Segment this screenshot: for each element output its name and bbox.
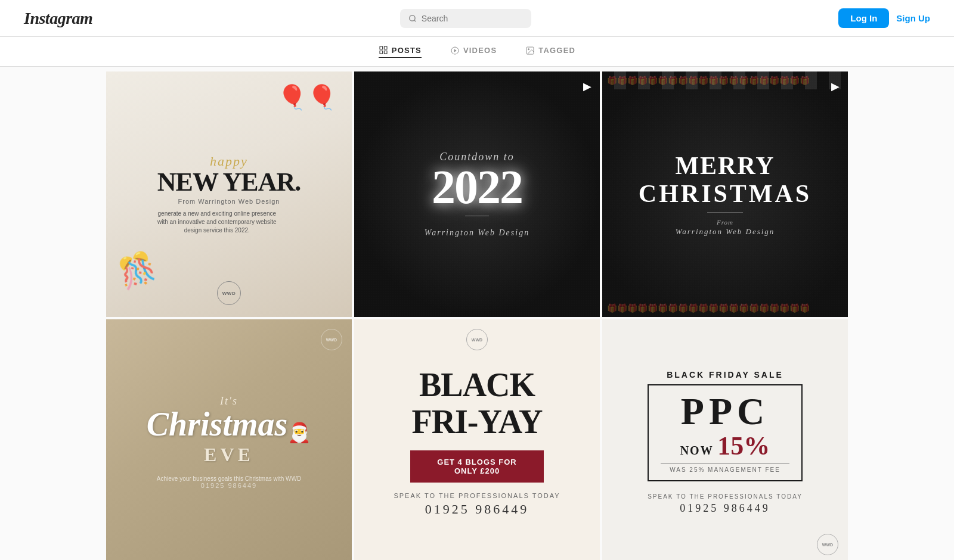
post-text: Warrington Web Design — [639, 227, 811, 237]
post-text: BLACK FRIDAY SALE — [648, 370, 803, 379]
tab-videos-label: VIDEOS — [463, 46, 497, 55]
video-play-icon: ▶ — [831, 80, 840, 93]
login-button[interactable]: Log In — [838, 8, 889, 28]
hat-decoration: 🎅 — [287, 421, 311, 444]
tab-tagged-label: TAGGED — [538, 46, 575, 55]
svg-rect-2 — [380, 46, 383, 49]
gifts-decoration-top: 🎁🎁🎁🎁🎁🎁🎁🎁🎁🎁🎁🎁🎁🎁🎁🎁🎁🎁🎁🎁 — [602, 71, 848, 89]
post-content: It's Christmas🎅 EVE Achieve your busines… — [135, 383, 324, 502]
posts-grid: 🎈🎈 🎊 happy NEW YEAR. From Warrington Web… — [106, 71, 848, 560]
balloon-decoration: 🎈🎈 — [277, 83, 337, 111]
search-bar[interactable] — [400, 9, 531, 28]
post-text: 01925 986449 — [648, 502, 803, 515]
post-content: BLACKFRI-YAY GET 4 BLOGS FOR ONLY £200 S… — [382, 349, 572, 534]
post-text: EVE — [147, 444, 312, 466]
brand-logo: WWD — [466, 329, 488, 350]
gifts-decoration-bottom: 🎁🎁🎁🎁🎁🎁🎁🎁🎁🎁🎁🎁🎁🎁🎁🎁🎁🎁🎁🎁 — [602, 299, 848, 317]
brand-logo: WWD — [321, 329, 342, 350]
post-text: NOW — [680, 444, 718, 457]
post-text: PPC — [661, 393, 789, 431]
svg-line-1 — [414, 20, 416, 21]
divider — [707, 212, 743, 213]
post-item[interactable]: 🎈🎈 🎊 happy NEW YEAR. From Warrington Web… — [106, 71, 352, 317]
tag-icon — [525, 46, 535, 55]
post-content: MERRY CHRISTMAS From Warrington Web Desi… — [627, 140, 823, 248]
tab-videos[interactable]: VIDEOS — [450, 46, 497, 58]
post-cta: GET 4 BLOGS FOR ONLY £200 — [410, 450, 543, 483]
video-play-icon: ▶ — [583, 80, 591, 93]
post-text: From Warrington Web Design — [157, 198, 301, 205]
post-text: WAS 25% MANAGEMENT FEE — [661, 463, 789, 473]
post-item[interactable]: WWD BLACKFRI-YAY GET 4 BLOGS FOR ONLY £2… — [354, 319, 600, 560]
post-content: Countdown to 2022 Warrington Web Design — [413, 139, 541, 250]
post-text: 01925 986449 — [147, 482, 312, 489]
post-text: SPEAK TO THE PROFESSIONALS TODAY — [648, 493, 803, 500]
post-item[interactable]: ▶ Countdown to 2022 Warrington Web Desig… — [354, 71, 600, 317]
post-text: MERRY — [639, 152, 811, 179]
post-item[interactable]: 🎁🎁🎁🎁🎁🎁🎁🎁🎁🎁🎁🎁🎁🎁🎁🎁🎁🎁🎁🎁 ▶ MERRY CHRISTMAS F… — [602, 71, 848, 317]
brand-logo: WWD — [817, 534, 838, 555]
svg-rect-5 — [384, 51, 387, 54]
svg-point-0 — [410, 15, 415, 20]
play-circle-icon — [450, 46, 460, 55]
grid-icon — [379, 45, 388, 55]
profile-tabs: POSTS VIDEOS TAGGED — [0, 37, 954, 67]
post-text: 15% — [717, 431, 770, 461]
post-content: BLACK FRIDAY SALE PPC NOW 15% WAS 25% MA… — [630, 356, 820, 529]
post-item[interactable]: BLACK FRIDAY SALE PPC NOW 15% WAS 25% MA… — [602, 319, 848, 560]
tab-posts-label: POSTS — [392, 46, 422, 55]
gift-row: 🎁🎁🎁🎁🎁🎁🎁🎁🎁🎁🎁🎁🎁🎁🎁🎁🎁🎁🎁🎁 — [602, 301, 848, 315]
gift-row: 🎁🎁🎁🎁🎁🎁🎁🎁🎁🎁🎁🎁🎁🎁🎁🎁🎁🎁🎁🎁 — [602, 73, 848, 88]
main-header: Instagram Log In Sign Up — [0, 0, 954, 37]
post-box: PPC NOW 15% WAS 25% MANAGEMENT FEE — [648, 384, 803, 481]
brand-logo: WWD — [217, 281, 241, 305]
search-icon — [408, 14, 417, 23]
post-text: From — [639, 219, 811, 226]
post-text: CHRISTMAS — [639, 180, 811, 207]
post-text: Christmas — [147, 406, 288, 443]
posts-grid-container: 🎈🎈 🎊 happy NEW YEAR. From Warrington Web… — [0, 67, 954, 560]
signup-button[interactable]: Sign Up — [896, 13, 930, 23]
search-input[interactable] — [422, 14, 523, 23]
post-text: generate a new and exciting online prese… — [157, 210, 277, 235]
tab-posts[interactable]: POSTS — [379, 45, 422, 58]
post-content: happy NEW YEAR. From Warrington Web Desi… — [145, 142, 312, 247]
post-item[interactable]: WWD It's Christmas🎅 EVE Achieve your bus… — [106, 319, 352, 560]
post-text: 2022 — [425, 163, 529, 211]
post-text: BLACKFRI-YAY — [394, 367, 560, 440]
tab-tagged[interactable]: TAGGED — [525, 46, 575, 58]
svg-marker-7 — [454, 49, 457, 52]
post-text: 01925 986449 — [394, 502, 560, 517]
post-text: Achieve your business goals this Christm… — [147, 475, 312, 482]
svg-point-9 — [528, 48, 529, 49]
instagram-logo: Instagram — [24, 9, 92, 28]
post-text: NEW YEAR. — [157, 169, 301, 195]
svg-rect-3 — [384, 46, 387, 49]
post-text: Warrington Web Design — [425, 228, 529, 238]
divider — [465, 216, 489, 216]
svg-rect-4 — [380, 51, 383, 54]
ribbon-decoration: 🎊 — [113, 247, 160, 293]
post-text: SPEAK TO THE PROFESSIONALS TODAY — [394, 492, 560, 499]
header-actions: Log In Sign Up — [838, 8, 930, 28]
